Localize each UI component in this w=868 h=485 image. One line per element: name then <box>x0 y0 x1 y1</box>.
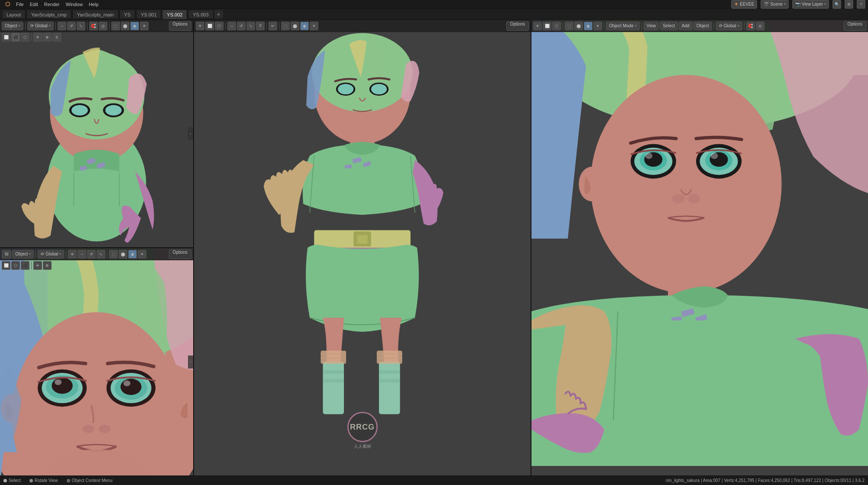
tab-ys002[interactable]: YS.002 <box>162 10 187 19</box>
tab-ys[interactable]: YS <box>120 10 136 19</box>
preferences-icon[interactable]: ⚙ <box>845 0 853 9</box>
tab-ys001[interactable]: YS.001 <box>136 10 161 19</box>
vp-r-material[interactable]: ◉ <box>584 22 593 30</box>
scene-selector[interactable]: 🎬 Scene ▾ <box>761 0 788 9</box>
vp-bl-global-btn[interactable]: ⟳ Global ▾ <box>38 250 64 259</box>
vp-c-wireframe[interactable]: ⬚ <box>281 22 290 30</box>
cursor-icon[interactable]: ✛ <box>33 33 42 42</box>
vp-bl-solid-icon[interactable]: ⬤ <box>119 250 127 259</box>
vp-r-render[interactable]: ☀ <box>593 22 602 30</box>
vp-r-proportional[interactable]: ◎ <box>756 22 764 30</box>
render-icon[interactable]: ☀ <box>140 22 149 30</box>
menu-edit[interactable]: Edit <box>27 0 41 9</box>
sep5 <box>31 33 32 41</box>
vp-tl-object-btn[interactable]: Object ▾ <box>2 22 23 30</box>
vp-c-annotate[interactable]: ✏ <box>269 22 277 30</box>
svg-point-8 <box>105 105 122 116</box>
vp-bl-object-btn[interactable]: Object ▾ <box>12 250 34 259</box>
sep7 <box>66 250 66 258</box>
add-tab-button[interactable]: + <box>214 10 223 19</box>
vp-bl-render-icon[interactable]: ☀ <box>138 250 146 259</box>
vp-bl-grab[interactable]: ⊕ <box>43 261 52 270</box>
vp-r-lasso[interactable]: ⬡ <box>552 22 561 30</box>
vp-c-material[interactable]: ◉ <box>300 22 309 30</box>
solid-icon[interactable]: ⬤ <box>121 22 130 30</box>
vp-r-solid[interactable]: ⬤ <box>574 22 583 30</box>
menu-help[interactable]: Help <box>86 0 101 9</box>
vp-bl-select-lasso[interactable]: ⬛ <box>21 261 29 270</box>
tab-yanSculpts-main[interactable]: YanSculpts_main <box>72 10 119 19</box>
transform-icon[interactable]: ⧖ <box>52 33 61 42</box>
select-lasso-icon[interactable]: ⬡ <box>21 33 29 42</box>
vp-r-add-btn[interactable]: Add <box>679 22 693 30</box>
vp-bl-options-btn[interactable]: Options <box>169 249 191 259</box>
move-tool-icon[interactable]: ↔ <box>58 22 66 30</box>
vp-r-snap[interactable]: 🧲 <box>746 22 755 30</box>
vp-r-view-btn[interactable]: View <box>644 22 659 30</box>
vp-bl-collapse-right[interactable]: ‹ <box>188 356 193 369</box>
vp-right-options-btn[interactable]: Options <box>844 21 866 31</box>
vp-tl-collapse-right[interactable]: ‹ <box>188 127 193 140</box>
vp-c-cursor[interactable]: ✛ <box>196 22 204 30</box>
vp-r-global-btn[interactable]: ⟳ Global ▾ <box>716 22 742 30</box>
vp-bl-cursor-icon[interactable]: ✛ <box>68 250 77 259</box>
vp-r-select-btn[interactable]: Select <box>660 22 678 30</box>
vp-bl-material-icon[interactable]: ◉ <box>128 250 137 259</box>
vp-r-object-mode-btn[interactable]: Object Mode ▾ <box>606 22 640 30</box>
vp-bl-select-circle[interactable]: ⬡ <box>11 261 20 270</box>
search-icon[interactable]: 🔍 <box>832 0 841 9</box>
vp-bl-cursor2[interactable]: ✛ <box>33 261 42 270</box>
proportional-icon[interactable]: ◎ <box>99 22 107 30</box>
svg-point-30 <box>83 425 94 433</box>
questions-icon[interactable]: ? <box>857 0 865 9</box>
blender-logo[interactable]: ⬡ <box>3 0 13 9</box>
scale-tool-icon[interactable]: ⤡ <box>77 22 85 30</box>
vp-bl-select-box[interactable]: ⬜ <box>2 261 10 270</box>
engine-selector[interactable]: ▼ EEVEE <box>731 0 757 9</box>
svg-rect-57 <box>321 351 346 364</box>
vp-r-cursor[interactable]: ✛ <box>533 22 542 30</box>
move-icon[interactable]: ⊕ <box>43 33 52 42</box>
vp-bl-rotate-icon[interactable]: ↺ <box>87 250 96 259</box>
vp-c-render[interactable]: ☀ <box>310 22 318 30</box>
vp-c-move[interactable]: ↔ <box>227 22 236 30</box>
vp-c-select[interactable]: ⬜ <box>205 22 214 30</box>
svg-rect-54 <box>379 362 400 414</box>
viewport-bottom-left[interactable]: Id Object ▾ ⟳ Global ▾ ✛ ↔ ↺ ⤡ <box>0 248 193 475</box>
menu-render[interactable]: Render <box>42 0 62 9</box>
vp-tl-options-btn[interactable]: Options <box>169 21 191 31</box>
vp-r-wireframe[interactable]: ⬚ <box>565 22 573 30</box>
tab-ys003[interactable]: YS.003 <box>188 10 213 19</box>
vp-c-solid[interactable]: ⬤ <box>291 22 299 30</box>
viewport-top-left[interactable]: Object ▾ ⟳ Global ▾ ↔ ↺ ⤡ 🧲 ◎ <box>0 20 193 248</box>
vp-bl-id-btn[interactable]: Id <box>2 250 11 259</box>
vp-c-lasso[interactable]: ⬡ <box>215 22 223 30</box>
viewport-right[interactable]: ✛ ⬜ ⬡ ⬚ ⬤ ◉ ☀ Object Mode ▾ View <box>531 20 868 475</box>
menu-window[interactable]: Window <box>63 0 85 9</box>
select-circle-icon[interactable]: ⬛ <box>11 33 20 42</box>
rotate-tool-icon[interactable]: ↺ <box>67 22 76 30</box>
vp-bl-wireframe-icon[interactable]: ⬚ <box>109 250 118 259</box>
vp-bl-move-icon[interactable]: ↔ <box>78 250 86 259</box>
svg-rect-51 <box>323 362 344 414</box>
vp-c-rotate[interactable]: ↺ <box>237 22 246 30</box>
svg-point-23 <box>52 378 72 394</box>
material-icon[interactable]: ◉ <box>130 22 139 30</box>
svg-point-24 <box>55 379 62 385</box>
sep1 <box>25 22 26 30</box>
tab-layout[interactable]: Layout <box>2 10 26 19</box>
menu-file[interactable]: File <box>13 0 26 9</box>
vp-c-transform[interactable]: ⧖ <box>256 22 265 30</box>
view-layer-selector[interactable]: 📷 View Layer ▾ <box>792 0 829 9</box>
vp-r-object-btn[interactable]: Object <box>693 22 712 30</box>
vp-bl-scale-icon[interactable]: ⤡ <box>97 250 105 259</box>
vp-c-scale[interactable]: ⤡ <box>246 22 255 30</box>
vp-r-select[interactable]: ⬜ <box>543 22 551 30</box>
vp-tl-global-btn[interactable]: ⟳ Global ▾ <box>27 22 54 30</box>
wireframe-icon[interactable]: ⬚ <box>111 22 120 30</box>
vp-center-options-btn[interactable]: Options <box>506 21 529 31</box>
viewport-center[interactable]: ✛ ⬜ ⬡ ↔ ↺ ⤡ ⧖ ✏ ⬚ ⬤ ◉ ☀ Optio <box>194 20 531 475</box>
select-box-icon[interactable]: ⬜ <box>2 33 10 42</box>
snap-icon[interactable]: 🧲 <box>89 22 98 30</box>
tab-yanSculpts-cmp[interactable]: YanSculpts_cmp <box>26 10 71 19</box>
